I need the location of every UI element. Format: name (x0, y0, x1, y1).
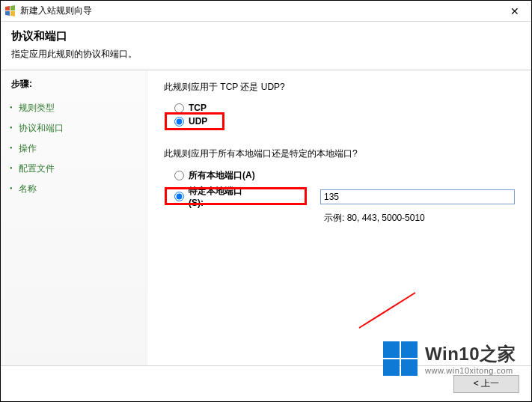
step-name[interactable]: 名称 (11, 179, 136, 199)
udp-radio[interactable] (174, 117, 184, 127)
specific-ports-label: 特定本地端口(S): (189, 185, 256, 208)
step-link[interactable]: 协议和端口 (19, 123, 64, 133)
step-rule-type[interactable]: 规则类型 (11, 98, 136, 118)
steps-heading: 步骤: (11, 78, 136, 91)
ports-question: 此规则应用于所有本地端口还是特定的本地端口? (164, 147, 515, 160)
wizard-header: 协议和端口 指定应用此规则的协议和端口。 (1, 22, 531, 70)
page-title: 协议和端口 (11, 29, 521, 43)
all-ports-option[interactable]: 所有本地端口(A) (174, 168, 515, 183)
tcp-label: TCP (189, 103, 207, 113)
step-link[interactable]: 名称 (19, 183, 37, 194)
port-input[interactable] (320, 189, 515, 204)
port-example: 示例: 80, 443, 5000-5010 (324, 212, 515, 225)
protocol-tcp-option[interactable]: TCP (174, 101, 515, 115)
step-link[interactable]: 规则类型 (19, 103, 55, 113)
titlebar: 新建入站规则向导 ✕ (1, 1, 531, 22)
close-icon: ✕ (510, 5, 519, 17)
back-button[interactable]: < 上一 (453, 375, 519, 393)
specific-ports-option[interactable]: 特定本地端口(S): (174, 183, 515, 210)
udp-label: UDP (189, 116, 207, 127)
close-button[interactable]: ✕ (498, 1, 531, 22)
specific-ports-radio[interactable] (174, 192, 184, 201)
all-ports-radio[interactable] (174, 171, 184, 180)
all-ports-label: 所有本地端口(A) (189, 169, 255, 182)
step-profile[interactable]: 配置文件 (11, 159, 136, 179)
step-link[interactable]: 操作 (19, 143, 37, 153)
window-title: 新建入站规则向导 (20, 4, 92, 17)
step-action[interactable]: 操作 (11, 138, 136, 159)
protocol-question: 此规则应用于 TCP 还是 UDP? (164, 81, 515, 94)
steps-sidebar: 步骤: 规则类型 协议和端口 操作 配置文件 名称 (1, 70, 147, 385)
page-description: 指定应用此规则的协议和端口。 (11, 48, 521, 61)
protocol-udp-option[interactable]: UDP (174, 115, 515, 128)
app-icon (4, 5, 16, 17)
tcp-radio[interactable] (174, 103, 184, 113)
step-link[interactable]: 配置文件 (19, 163, 55, 174)
wizard-content: 此规则应用于 TCP 还是 UDP? TCP UDP 此规则应用于所有本地端口还… (147, 70, 531, 385)
wizard-footer: < 上一 (1, 365, 531, 401)
step-protocol-ports[interactable]: 协议和端口 (11, 118, 136, 138)
